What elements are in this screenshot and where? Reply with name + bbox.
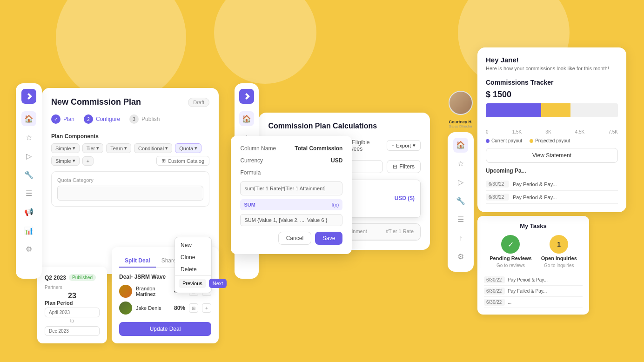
sidebar-speaker-icon[interactable]: 📢 <box>21 204 36 219</box>
cancel-btn[interactable]: Cancel <box>278 232 311 245</box>
draft-badge: Draft <box>188 98 209 107</box>
bar-chart <box>486 103 618 127</box>
add-icon-2[interactable]: + <box>202 303 211 313</box>
sidebar3-star[interactable]: ☆ <box>453 156 468 171</box>
main-container: 🏠 ☆ ▷ 🔧 ☰ 📢 📊 ⚙ New Commission Plan Draf… <box>0 0 644 362</box>
dialog-col-name-row: Column Name Total Commission <box>240 145 342 152</box>
currency-field-label: Currency <box>240 157 263 164</box>
col-tier: #Tier 1 Rate <box>386 228 414 235</box>
task-desc-1: Pay Period & Pay... <box>508 277 548 282</box>
btn-next[interactable]: Next <box>209 279 227 288</box>
bar-current <box>486 103 541 117</box>
step-plan-label: Plan <box>63 116 74 122</box>
sidebar-home-icon[interactable]: 🏠 <box>21 111 36 126</box>
step-plan[interactable]: ✓ Plan <box>51 114 74 124</box>
comp-conditional[interactable]: Conditional ▾ <box>134 143 172 153</box>
pending-reviews-link[interactable]: Go to reviews <box>496 263 525 268</box>
comp-quota[interactable]: Quota ▾ <box>175 143 201 153</box>
q2-card: Q2 2023 Published Partners 23 Plan Perio… <box>37 267 107 343</box>
tasks-stats: ✓ Pending Reviews Go to reviews 1 Open I… <box>484 235 583 268</box>
sidebar-list-icon[interactable]: ☰ <box>21 186 36 201</box>
btn-previous[interactable]: Previous <box>179 279 206 288</box>
task-item-2: 6/30/22 Pay Failed & Pay... <box>484 286 583 297</box>
legend: Current payout Projected payout <box>486 138 618 143</box>
export-chevron: ▾ <box>413 142 416 148</box>
new-commission-card: New Commission Plan Draft ✓ Plan 2 Confi… <box>42 88 219 274</box>
profile-info: Courtney H. Sales Director <box>449 119 472 128</box>
task-date-3: 6/30/22 <box>484 299 505 306</box>
legend-current: Current payout <box>486 138 522 143</box>
label-1.5k: 1.5K <box>512 129 522 134</box>
pending-check-icon: ✓ <box>501 235 520 254</box>
sidebar2-home[interactable]: 🏠 <box>239 111 254 126</box>
task-desc-3: ... <box>508 300 511 305</box>
legend-projected: Projected payout <box>530 138 570 143</box>
step-publish[interactable]: 3 Publish <box>129 114 160 124</box>
filters-btn[interactable]: ⊟ Filters <box>387 160 421 173</box>
upcoming-date-1: 6/30/22 <box>486 181 509 188</box>
task-date-1: 6/30/22 <box>484 276 505 283</box>
step-configure[interactable]: 2 Configure <box>84 114 120 124</box>
dropdown-new[interactable]: New <box>175 239 211 251</box>
save-btn[interactable]: Save <box>315 232 342 245</box>
sidebar-gear-icon[interactable]: ⚙ <box>21 241 36 256</box>
update-deal-btn[interactable]: Update Deal <box>119 322 211 336</box>
usd-opt[interactable]: USD ($) <box>395 195 415 201</box>
step-configure-label: Configure <box>96 116 120 122</box>
dropdown-menu: New Clone Delete Previous Next <box>174 237 212 293</box>
comp-team[interactable]: Team ▾ <box>106 143 131 153</box>
label-3k: 3K <box>545 129 551 134</box>
sidebar-play-icon[interactable]: ▷ <box>21 148 36 163</box>
view-statement-btn[interactable]: View Statement <box>486 148 618 163</box>
currency-field-value: USD <box>331 157 342 164</box>
task-date-2: 6/30/22 <box>484 288 505 295</box>
upcoming-label: Upcoming Pa... <box>486 168 618 174</box>
sidebar3-tools[interactable]: 🔧 <box>453 194 468 208</box>
sidebar3-list[interactable]: ☰ <box>453 212 468 227</box>
open-inquiries-stat: 1 Open Inquiries Go to inquiries <box>541 235 577 268</box>
step-check-icon: ✓ <box>51 114 60 124</box>
comp-simple2[interactable]: Simple ▾ <box>51 156 80 166</box>
legend-dot-projected <box>530 139 533 143</box>
sub-text: Here is how your commissions look like f… <box>486 66 618 71</box>
open-inquiries-link[interactable]: Go to inquiries <box>544 263 574 268</box>
label-0: 0 <box>486 129 489 134</box>
sidebar3-play[interactable]: ▷ <box>453 175 468 190</box>
quota-section: Quota Category <box>51 171 209 207</box>
comp-plus[interactable]: + <box>82 156 94 166</box>
fx-btn[interactable]: f(x) <box>332 202 339 208</box>
sidebar3-home[interactable]: 🏠 <box>453 138 468 153</box>
export-btn[interactable]: ↑ Export ▾ <box>387 140 421 151</box>
sidebar-star-icon[interactable]: ☆ <box>21 130 36 145</box>
sidebar3-gear[interactable]: ⚙ <box>453 249 468 264</box>
tab-split-deal[interactable]: Split Deal <box>119 255 156 268</box>
quota-input[interactable] <box>57 186 203 201</box>
partners-label: Partners <box>45 285 100 290</box>
col-name-label: Column Name <box>240 145 276 152</box>
bar-projected <box>541 103 570 117</box>
to-label: to <box>45 317 100 324</box>
task-item-1: 6/30/22 Pay Period & Pay... <box>484 275 583 286</box>
task-desc-2: Pay Failed & Pay... <box>508 288 547 294</box>
custom-catalog-btn[interactable]: ⊞ Custom Catalog <box>156 156 209 166</box>
comp-tier[interactable]: Tier ▾ <box>82 143 104 153</box>
formula-bar: SUM f(x) <box>240 199 342 210</box>
sidebar-panel1: 🏠 ☆ ▷ 🔧 ☰ 📢 📊 ⚙ <box>16 83 42 279</box>
formula-detail: SUM {Value 1, [Value 2, ..., Value 6 } <box>240 214 342 226</box>
sidebar-chart-icon[interactable]: 📊 <box>21 223 36 238</box>
panel1-wrapper: 🏠 ☆ ▷ 🔧 ☰ 📢 📊 ⚙ New Commission Plan Draf… <box>9 9 225 353</box>
copy-icon-2[interactable]: ⊞ <box>189 303 198 313</box>
tracker-card: Hey Jane! Here is how your commissions l… <box>477 47 626 212</box>
period-label: Plan Period <box>45 300 100 306</box>
upcoming-desc-2: Pay Period & Pay... <box>513 194 557 200</box>
sidebar-tools-icon[interactable]: 🔧 <box>21 167 36 182</box>
dropdown-delete[interactable]: Delete <box>175 263 211 275</box>
column-dialog: Column Name Total Commission Currency US… <box>231 136 352 254</box>
avatar-jake <box>119 302 132 315</box>
courtney-avatar <box>449 91 473 115</box>
sidebar3-upload[interactable]: ↑ <box>453 231 468 246</box>
comp-simple[interactable]: Simple ▾ <box>51 143 80 153</box>
dropdown-clone[interactable]: Clone <box>175 251 211 263</box>
label-7.5k: 7.5K <box>608 129 618 134</box>
to-date: Dec 2023 <box>45 326 100 336</box>
